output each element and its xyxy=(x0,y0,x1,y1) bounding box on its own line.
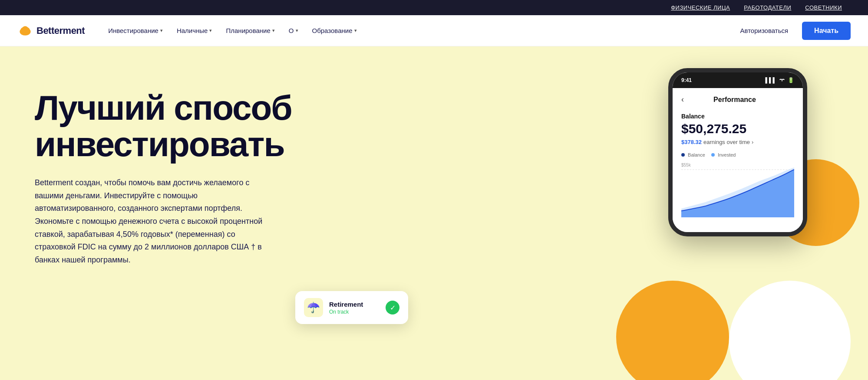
start-button[interactable]: Начать xyxy=(802,22,851,40)
phone-earnings-row[interactable]: $378.32 earnings over time › xyxy=(681,139,794,145)
logo[interactable]: Betterment xyxy=(17,23,85,39)
phone-chart: $55k xyxy=(681,161,794,222)
nav-links: Инвестирование ▾ Наличные ▾ Планирование… xyxy=(102,23,733,38)
blob-yellow-1 xyxy=(616,281,729,380)
chevron-down-icon: ▾ xyxy=(296,28,298,33)
legend-balance: Balance xyxy=(681,152,705,157)
phone-content: ‹ Performance Balance $50,275.25 $378.32… xyxy=(673,88,803,232)
retirement-title: Retirement xyxy=(329,301,380,308)
phone-screen-title: Performance xyxy=(713,96,756,104)
chart-y-label: $55k xyxy=(681,163,691,167)
phone-status-bar: 9:41 ▌▌▌ 🔋 xyxy=(673,72,803,88)
phone-balance-label: Balance xyxy=(681,113,794,120)
hero-right: 9:41 ▌▌▌ 🔋 ‹ Performance xyxy=(321,72,842,376)
signal-icon: ▌▌▌ xyxy=(765,77,776,83)
login-button[interactable]: Авторизоваться xyxy=(733,23,795,38)
logo-text: Betterment xyxy=(36,25,85,36)
legend-invested-dot xyxy=(711,153,715,157)
retirement-icon: ☂️ xyxy=(304,298,323,317)
phone-time: 9:41 xyxy=(681,77,692,83)
legend-invested: Invested xyxy=(711,152,736,157)
chevron-down-icon: ▾ xyxy=(354,28,357,33)
chart-svg xyxy=(681,161,794,217)
topbar-link-employers[interactable]: РАБОТОДАТЕЛИ xyxy=(744,4,791,11)
retirement-card[interactable]: ☂️ Retirement On track ✓ xyxy=(295,291,408,324)
phone-balance-amount: $50,275.25 xyxy=(681,121,794,136)
battery-icon: 🔋 xyxy=(788,77,794,83)
nav-item-planning[interactable]: Планирование ▾ xyxy=(220,23,281,38)
retirement-info: Retirement On track xyxy=(329,301,380,315)
phone-nav: ‹ Performance xyxy=(681,95,794,104)
phone-earnings-arrow: › xyxy=(752,139,753,145)
navbar: Betterment Инвестирование ▾ Наличные ▾ П… xyxy=(0,15,868,46)
chevron-down-icon: ▾ xyxy=(160,28,163,33)
svg-point-2 xyxy=(22,26,28,32)
hero-section: Лучший способ инвестировать Betterment с… xyxy=(0,46,868,380)
hero-description: Betterment создан, чтобы помочь вам дост… xyxy=(35,177,278,267)
chevron-down-icon: ▾ xyxy=(272,28,275,33)
chevron-down-icon: ▾ xyxy=(209,28,212,33)
topbar-link-advisors[interactable]: СОВЕТНИКИ xyxy=(805,4,842,11)
phone-status-icons: ▌▌▌ 🔋 xyxy=(765,77,794,84)
phone-mockup: 9:41 ▌▌▌ 🔋 ‹ Performance xyxy=(668,68,807,236)
phone-earnings-text: earnings over time xyxy=(703,139,750,145)
blob-white xyxy=(729,281,851,380)
nav-item-investing[interactable]: Инвестирование ▾ xyxy=(102,23,169,38)
hero-left: Лучший способ инвестировать Betterment с… xyxy=(35,72,321,267)
phone-back-button[interactable]: ‹ xyxy=(681,95,684,104)
wifi-icon xyxy=(779,77,785,84)
hero-title: Лучший способ инвестировать xyxy=(35,90,321,163)
retirement-check-icon: ✓ xyxy=(386,301,399,314)
topbar-link-individuals[interactable]: ФИЗИЧЕСКИЕ ЛИЦА xyxy=(671,4,730,11)
chart-legend: Balance Invested xyxy=(681,152,794,157)
phone-earnings-amount: $378.32 xyxy=(681,139,702,145)
nav-item-about[interactable]: О ▾ xyxy=(283,23,304,38)
nav-item-cash[interactable]: Наличные ▾ xyxy=(171,23,218,38)
nav-right: Авторизоваться Начать xyxy=(733,22,851,40)
phone: 9:41 ▌▌▌ 🔋 ‹ Performance xyxy=(668,68,807,236)
legend-balance-dot xyxy=(681,153,685,157)
logo-icon xyxy=(17,23,33,39)
nav-item-education[interactable]: Образование ▾ xyxy=(306,23,363,38)
retirement-status: On track xyxy=(329,309,380,315)
top-bar: ФИЗИЧЕСКИЕ ЛИЦА РАБОТОДАТЕЛИ СОВЕТНИКИ xyxy=(0,0,868,15)
